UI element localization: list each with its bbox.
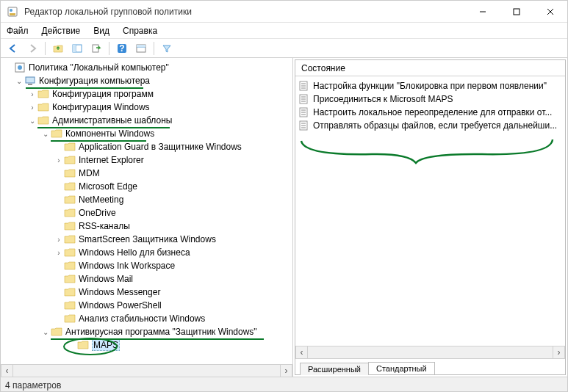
expander-icon[interactable]: ⌄ xyxy=(14,77,24,85)
column-header-label: Состояние xyxy=(301,63,345,73)
expander-icon[interactable]: ⌄ xyxy=(40,130,51,138)
maximize-button[interactable] xyxy=(500,1,533,23)
computer-icon xyxy=(24,75,36,87)
close-button[interactable] xyxy=(533,1,567,23)
statusbar: 4 параметров xyxy=(1,377,567,392)
separator-icon xyxy=(109,42,109,55)
expander-icon[interactable]: ⌄ xyxy=(27,117,37,125)
tree-item[interactable]: ›Windows Hello для бизнеса xyxy=(4,246,292,259)
scroll-track[interactable] xyxy=(308,346,553,359)
tree-item[interactable]: Windows PowerShell xyxy=(4,299,292,312)
tree-item[interactable]: Windows Ink Workspace xyxy=(4,259,292,272)
tree-root[interactable]: Политика "Локальный компьютер" xyxy=(4,61,292,74)
folder-icon xyxy=(51,128,62,139)
filter-button[interactable] xyxy=(159,40,175,57)
menu-view[interactable]: Вид xyxy=(93,26,109,36)
expander-icon[interactable]: › xyxy=(54,156,64,164)
tree-item[interactable]: OneDrive xyxy=(4,206,292,219)
list-item[interactable]: Присоединиться к Microsoft MAPS xyxy=(298,92,562,106)
tree-item[interactable]: ›SmartScreen Защитника Windows xyxy=(4,233,292,246)
tree-admin-templates[interactable]: ⌄ Административные шаблоны xyxy=(4,114,292,127)
tree-label: Application Guard в Защитнике Windows xyxy=(79,142,242,152)
tab-extended[interactable]: Расширенный xyxy=(300,363,369,375)
scroll-left-icon[interactable]: ‹ xyxy=(1,365,13,377)
menu-action[interactable]: Действие xyxy=(42,26,81,36)
tree-item[interactable]: Windows Messenger xyxy=(4,286,292,299)
back-button[interactable] xyxy=(5,40,21,57)
folder-icon xyxy=(64,181,76,192)
tree-item[interactable]: NetMeeting xyxy=(4,193,292,206)
svg-rect-9 xyxy=(73,45,76,52)
folder-icon xyxy=(64,154,76,166)
policy-list[interactable]: Настройка функции "Блокировка при первом… xyxy=(295,76,565,346)
expander-icon[interactable]: › xyxy=(54,236,64,244)
app-icon xyxy=(7,6,18,18)
tree-item-maps[interactable]: MAPS xyxy=(4,338,292,352)
tree-defender-av[interactable]: ⌄Антивирусная программа "Защитник Window… xyxy=(4,325,292,338)
tree-label: MDM xyxy=(79,168,100,178)
tree-windows-config[interactable]: › Конфигурация Windows xyxy=(4,101,292,114)
minimize-button[interactable] xyxy=(466,1,500,23)
tree-label: Административные шаблоны xyxy=(52,115,172,126)
tree-label: NetMeeting xyxy=(79,195,123,205)
tree-item[interactable]: RSS-каналы xyxy=(4,219,292,233)
tree-item[interactable]: ›Internet Explorer xyxy=(4,153,292,167)
scroll-right-icon[interactable]: › xyxy=(280,365,292,377)
content-area: Политика "Локальный компьютер" ⌄ Конфигу… xyxy=(1,58,567,377)
tree-item[interactable]: MDM xyxy=(4,167,292,180)
folder-icon xyxy=(64,313,76,324)
export-list-button[interactable] xyxy=(88,40,104,57)
show-tree-button[interactable] xyxy=(69,40,85,57)
list-item[interactable]: Отправлять образцы файлов, если требуетс… xyxy=(298,119,562,132)
details-pane: Состояние Настройка функции "Блокировка … xyxy=(295,59,566,375)
tree-label: MAPS xyxy=(92,339,120,351)
horizontal-scrollbar[interactable]: ‹ › xyxy=(295,346,565,358)
list-item[interactable]: Настроить локальное переопределение для … xyxy=(298,106,562,119)
policy-item-icon xyxy=(298,120,310,131)
tree-win-components[interactable]: ⌄ Компоненты Windows xyxy=(4,127,292,140)
svg-rect-19 xyxy=(28,84,32,85)
expander-icon[interactable]: › xyxy=(27,104,37,112)
menu-file[interactable]: Файл xyxy=(7,26,29,36)
policy-item-icon xyxy=(298,93,310,105)
tree[interactable]: Политика "Локальный компьютер" ⌄ Конфигу… xyxy=(1,58,292,364)
folder-icon xyxy=(37,88,49,100)
expander-icon[interactable]: › xyxy=(27,90,37,98)
tree-item[interactable]: Microsoft Edge xyxy=(4,180,292,193)
forward-button[interactable] xyxy=(24,40,40,57)
tree-item[interactable]: Application Guard в Защитнике Windows xyxy=(4,140,292,153)
tree-item[interactable]: Windows Mail xyxy=(4,272,292,286)
tree-computer-config[interactable]: ⌄ Конфигурация компьютера xyxy=(4,74,292,87)
tree-label: Windows Ink Workspace xyxy=(79,261,175,271)
tree-label: Microsoft Edge xyxy=(79,181,137,192)
policy-icon xyxy=(14,62,26,73)
tree-label: RSS-каналы xyxy=(79,221,130,231)
tree-program-config[interactable]: › Конфигурация программ xyxy=(4,87,292,101)
svg-rect-15 xyxy=(137,45,145,47)
help-button[interactable]: ? xyxy=(114,40,130,57)
tree-label: Компоненты Windows xyxy=(65,128,154,139)
tree-item[interactable]: Анализ стабильности Windows xyxy=(4,312,292,325)
expander-icon[interactable]: › xyxy=(54,249,64,257)
scroll-left-icon[interactable]: ‹ xyxy=(295,346,308,359)
expander-icon[interactable]: ⌄ xyxy=(40,328,51,336)
column-header-state[interactable]: Состояние xyxy=(295,60,565,76)
scroll-right-icon[interactable]: › xyxy=(553,346,565,359)
folder-icon xyxy=(64,273,76,285)
policy-item-icon xyxy=(298,106,310,118)
titlebar: Редактор локальной групповой политики xyxy=(1,1,567,23)
menu-help[interactable]: Справка xyxy=(123,26,157,36)
annotation-bracket-icon xyxy=(298,138,556,167)
tree-pane: Политика "Локальный компьютер" ⌄ Конфигу… xyxy=(1,58,293,377)
tab-standard[interactable]: Стандартный xyxy=(368,362,435,374)
svg-text:?: ? xyxy=(119,43,124,54)
horizontal-scrollbar[interactable]: ‹ › xyxy=(1,364,292,377)
list-item[interactable]: Настройка функции "Блокировка при первом… xyxy=(298,79,562,92)
folder-up-button[interactable] xyxy=(50,40,66,57)
properties-button[interactable] xyxy=(133,40,149,57)
svg-rect-4 xyxy=(514,9,520,15)
window-controls xyxy=(466,1,567,23)
scroll-track[interactable] xyxy=(13,365,280,377)
tree-label: Конфигурация программ xyxy=(52,89,154,99)
list-item-label: Присоединиться к Microsoft MAPS xyxy=(313,94,453,104)
